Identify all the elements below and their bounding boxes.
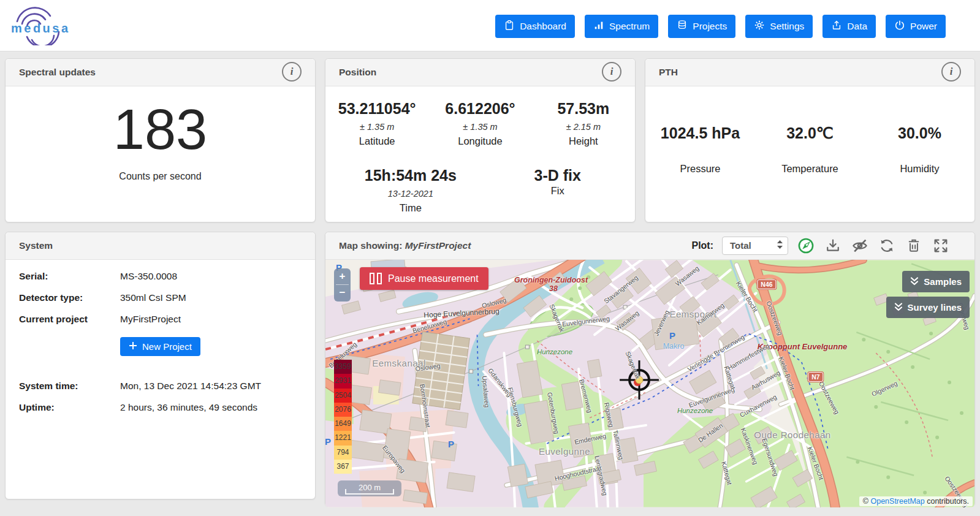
longitude-value: 6.612206° bbox=[428, 100, 531, 118]
uptime-value: 2 hours, 36 minutes, 49 seconds bbox=[120, 402, 257, 413]
openstreetmap-link[interactable]: OpenStreetMap bbox=[870, 497, 924, 506]
fullscreen-icon[interactable] bbox=[932, 237, 950, 255]
temperature-label: Temperature bbox=[755, 163, 865, 175]
info-icon[interactable]: i bbox=[602, 62, 621, 82]
logo-text: medusa bbox=[11, 21, 70, 35]
time-label: Time bbox=[325, 202, 496, 214]
medusa-logo: medusa bbox=[9, 5, 76, 48]
uptime-label: Uptime: bbox=[19, 402, 120, 413]
nav-label: Dashboard bbox=[520, 21, 566, 32]
download-icon[interactable] bbox=[824, 237, 842, 255]
map-label: 38 bbox=[549, 284, 558, 293]
dashboard-page: medusa Dashboard Spectrum Projects Setti… bbox=[0, 0, 980, 516]
plot-select[interactable]: Total bbox=[722, 237, 788, 255]
info-icon[interactable]: i bbox=[282, 62, 302, 82]
plot-select-value: Total bbox=[730, 232, 751, 259]
gear-icon bbox=[754, 20, 765, 33]
project-label: Current project bbox=[19, 314, 120, 325]
detector-value: 350ml CsI SPM bbox=[120, 292, 186, 303]
survey-lines-button[interactable]: Survey lines bbox=[886, 297, 970, 318]
time-value: 15h:54m 24s bbox=[325, 167, 496, 184]
parking-label: P bbox=[325, 436, 331, 447]
parking-label: P bbox=[669, 330, 675, 341]
card-title: Spectral updates bbox=[19, 67, 96, 77]
info-icon[interactable]: i bbox=[941, 62, 961, 82]
height-value: 57.53m bbox=[532, 100, 635, 118]
map-label: Hunzezone bbox=[677, 407, 713, 414]
latitude-label: Latitude bbox=[325, 135, 428, 147]
humidity-label: Humidity bbox=[865, 163, 974, 175]
map-label: Groningen-Zuidoost bbox=[514, 276, 588, 284]
double-chevron-down-icon bbox=[894, 302, 903, 313]
fix-label: Fix bbox=[496, 185, 620, 197]
top-navbar: medusa Dashboard Spectrum Projects Setti… bbox=[0, 0, 980, 51]
upload-icon bbox=[831, 20, 842, 33]
time-date: 13-12-2021 bbox=[325, 189, 496, 199]
nav-label: Settings bbox=[770, 21, 804, 32]
nav-data-button[interactable]: Data bbox=[822, 15, 876, 38]
pressure-block: 1024.5 hPa Pressure bbox=[645, 124, 755, 175]
nav-label: Projects bbox=[693, 21, 727, 32]
map-label: Makro bbox=[663, 342, 685, 351]
zoom-out-button[interactable]: − bbox=[334, 285, 351, 301]
power-icon bbox=[894, 20, 905, 33]
card-title: PTH bbox=[659, 67, 678, 77]
height-label: Height bbox=[532, 135, 635, 147]
nav-buttons: Dashboard Spectrum Projects Settings Dat… bbox=[495, 15, 946, 38]
trash-icon[interactable] bbox=[905, 237, 923, 255]
pth-card: PTH i 1024.5 hPa Pressure 32.0℃ Temperat… bbox=[645, 58, 975, 222]
legend-step: 367 bbox=[334, 460, 352, 474]
serial-label: Serial: bbox=[19, 271, 120, 282]
map-attribution: © OpenStreetMap contributors. bbox=[859, 496, 973, 506]
legend-step: 2076 bbox=[334, 403, 352, 417]
latitude-value: 53.211054° bbox=[325, 100, 428, 118]
map-scale-bar: 200 m bbox=[338, 480, 401, 496]
nav-settings-button[interactable]: Settings bbox=[745, 15, 813, 38]
position-card: Position i 53.211054° ± 1.35 m Latitude … bbox=[325, 58, 636, 222]
eye-off-icon[interactable] bbox=[851, 237, 869, 255]
humidity-block: 30.0% Humidity bbox=[865, 124, 974, 175]
legend-step: 1221 bbox=[334, 431, 352, 445]
zoom-in-button[interactable]: + bbox=[334, 268, 351, 284]
legend-step: 1649 bbox=[334, 417, 352, 431]
nav-projects-button[interactable]: Projects bbox=[668, 15, 735, 38]
nav-power-button[interactable]: Power bbox=[886, 15, 946, 38]
plus-icon bbox=[129, 341, 137, 352]
select-arrows-icon bbox=[777, 232, 783, 259]
map-title-project: MyFirstProject bbox=[405, 240, 471, 251]
temperature-block: 32.0℃ Temperature bbox=[755, 124, 865, 175]
bar-chart-icon bbox=[593, 20, 604, 33]
counts-unit: Counts per second bbox=[119, 171, 201, 182]
map-label: Knooppunt Euvelgunne bbox=[758, 342, 848, 351]
time-block: 15h:54m 24s 13-12-2021 Time bbox=[325, 167, 496, 214]
samples-button[interactable]: Samples bbox=[902, 271, 970, 292]
clipboard-icon bbox=[504, 20, 515, 33]
pause-measurement-button[interactable]: Pause measurement bbox=[360, 267, 488, 290]
humidity-value: 30.0% bbox=[865, 124, 974, 142]
nav-spectrum-button[interactable]: Spectrum bbox=[585, 15, 658, 38]
pressure-label: Pressure bbox=[645, 163, 755, 175]
latitude-block: 53.211054° ± 1.35 m Latitude bbox=[325, 100, 428, 147]
nav-dashboard-button[interactable]: Dashboard bbox=[495, 15, 575, 38]
map-canvas[interactable]: Groningen-Zuidoost38Hoge Euvelgunnerbrug… bbox=[325, 260, 974, 507]
longitude-label: Longitude bbox=[428, 135, 531, 147]
compass-icon[interactable] bbox=[797, 237, 815, 255]
nav-label: Data bbox=[847, 21, 867, 32]
new-project-button[interactable]: New Project bbox=[120, 337, 200, 356]
height-error: ± 2.15 m bbox=[532, 122, 635, 132]
project-value: MyFirstProject bbox=[120, 314, 181, 325]
refresh-icon[interactable] bbox=[878, 237, 896, 255]
legend-step: 3359 bbox=[334, 360, 352, 374]
parking-label: P bbox=[448, 439, 454, 449]
map-card: Map showing: MyFirstProject Plot: Total bbox=[325, 232, 975, 506]
system-time-label: System time: bbox=[19, 381, 120, 392]
fix-value: 3-D fix bbox=[496, 167, 620, 184]
road-shield: N46 bbox=[757, 279, 776, 289]
legend-step: 2931 bbox=[334, 374, 352, 388]
heatmap-legend: 335929312504207616491221794367 bbox=[334, 360, 352, 474]
double-chevron-down-icon bbox=[910, 276, 919, 287]
map-title: Map showing: MyFirstProject bbox=[339, 240, 471, 251]
legend-step: 2504 bbox=[334, 389, 352, 403]
legend-step: 794 bbox=[334, 446, 352, 460]
spectral-updates-card: Spectral updates i 183 Counts per second bbox=[5, 58, 316, 222]
